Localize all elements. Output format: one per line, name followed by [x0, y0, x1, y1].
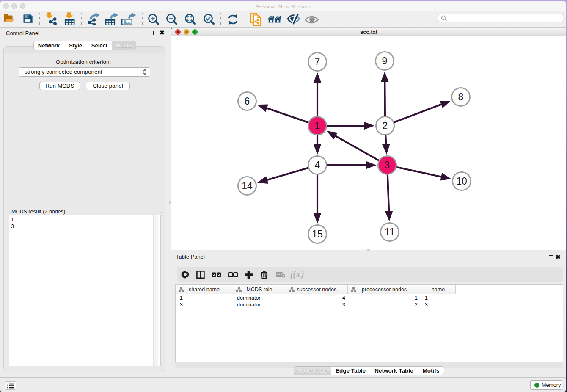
svg-text:2: 2: [383, 120, 388, 131]
svg-text:3: 3: [385, 160, 390, 171]
svg-text:7: 7: [315, 56, 320, 67]
svg-text:14: 14: [242, 180, 253, 191]
svg-text:9: 9: [382, 55, 388, 66]
svg-text:8: 8: [458, 91, 464, 102]
svg-text:10: 10: [456, 176, 467, 187]
svg-text:11: 11: [385, 226, 395, 237]
svg-text:6: 6: [245, 96, 250, 107]
svg-text:15: 15: [312, 229, 323, 240]
svg-text:4: 4: [315, 160, 320, 171]
svg-text:1: 1: [315, 120, 320, 131]
